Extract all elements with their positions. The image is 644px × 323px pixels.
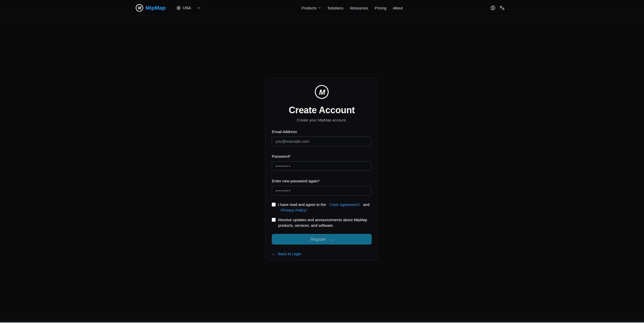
nav-item-resources[interactable]: Resources (350, 6, 368, 10)
globe-icon (176, 6, 181, 10)
updates-row: Receive updates and announcements about … (272, 217, 372, 228)
brand-logo-group[interactable]: M MipMap (136, 0, 166, 16)
chevron-down-icon (197, 6, 200, 10)
register-form: Email Address Password* Enter new passwo… (272, 129, 372, 256)
region-label: USA (183, 6, 191, 10)
nav-label: Resources (350, 6, 368, 10)
email-label: Email Address (272, 129, 372, 134)
updates-text: Receive updates and announcements about … (278, 217, 372, 228)
email-input[interactable] (272, 137, 372, 146)
password2-label: Enter new password again* (272, 179, 372, 184)
password2-field-group: Enter new password again* (272, 179, 372, 196)
privacy-policy-link[interactable]: 《Privacy Policy》 (278, 208, 309, 212)
back-to-login-link[interactable]: ← Back to Login (272, 252, 301, 256)
register-button[interactable]: Register → (272, 234, 372, 245)
agreement-prefix: I have read and agree to the (278, 202, 327, 207)
user-circle-icon[interactable] (490, 5, 496, 11)
arrow-left-icon: ← (272, 252, 276, 256)
register-button-label: Register (311, 237, 326, 242)
agreement-checkbox[interactable] (272, 203, 276, 206)
svg-text:M: M (138, 6, 141, 10)
password-input[interactable] (272, 161, 372, 171)
top-navbar: M MipMap USA Products (0, 0, 644, 16)
create-account-card: M Create Account Create your MipMap acco… (265, 78, 378, 261)
nav-item-pricing[interactable]: Pricing (375, 6, 386, 10)
nav-item-solutions[interactable]: Solutions (328, 6, 343, 10)
arrow-right-icon: → (328, 237, 333, 241)
mipmap-logo-icon: M (136, 4, 143, 12)
page-title: Create Account (272, 105, 372, 116)
agreement-text: I have read and agree to the 《User Agree… (278, 202, 372, 213)
main-nav: Products Solutions Resources Pricing Abo… (301, 0, 403, 16)
nav-label: Solutions (328, 6, 343, 10)
nav-label: Products (301, 6, 316, 10)
password-field-group: Password* (272, 154, 372, 171)
mipmap-logo-icon: M (315, 85, 329, 99)
nav-label: Pricing (375, 6, 386, 10)
page-subtitle: Create your MipMap account. (272, 118, 372, 122)
translate-icon[interactable] (499, 5, 505, 11)
nav-item-products[interactable]: Products (301, 6, 321, 10)
updates-checkbox[interactable] (272, 218, 276, 222)
brand-name: MipMap (146, 5, 166, 11)
email-field-group: Email Address (272, 129, 372, 146)
svg-text:M: M (319, 88, 325, 96)
nav-item-about[interactable]: About (393, 6, 403, 10)
chevron-down-icon (318, 6, 321, 9)
region-selector[interactable]: USA (176, 0, 200, 16)
taskbar-strip (0, 319, 644, 322)
agreement-conjunction: and (362, 202, 369, 207)
agreement-row: I have read and agree to the 《User Agree… (272, 202, 372, 213)
nav-label: About (393, 6, 403, 10)
user-agreement-link[interactable]: 《User Agreement》 (327, 202, 362, 207)
header-icon-group (490, 0, 505, 16)
password-label: Password* (272, 154, 372, 159)
back-to-login-label: Back to Login (278, 252, 301, 256)
password2-input[interactable] (272, 186, 372, 196)
